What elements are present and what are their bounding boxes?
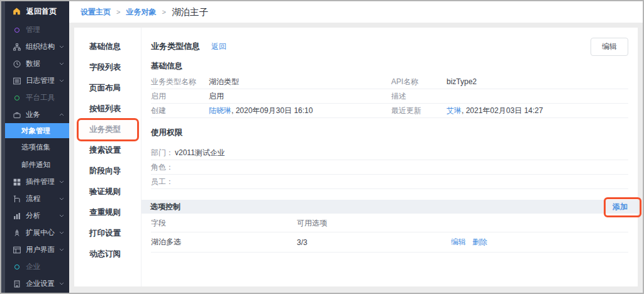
sidebar-item-back-home[interactable]: 返回首页 [5, 1, 69, 21]
chevron-down-icon [59, 214, 64, 217]
sidebar-item-label: 流程 [26, 194, 59, 204]
flow-icon [13, 195, 21, 203]
sidebar-item-email-notification[interactable]: 邮件通知 [5, 156, 69, 173]
field-value: 启用 [209, 91, 391, 102]
sidebar-item-label: 企业设置 [26, 279, 59, 288]
permission-row: 部门： v2011测试企业 [151, 146, 628, 160]
content-panel: 业务类型信息 返回 编辑 基础信息 业务类型名称 湖泊类型 API名称 bizT… [142, 28, 638, 286]
sidebar-item-label: 数据 [26, 59, 59, 68]
row-edit-link[interactable]: 编辑 [451, 237, 466, 248]
field-label: 最近更新 [391, 106, 447, 116]
sidebar-item-logs[interactable]: 日志管理 [5, 72, 69, 89]
sidebar-item-label: 分析 [26, 211, 59, 220]
grid-icon [13, 178, 21, 186]
tab-validation-rules[interactable]: 验证规则 [74, 182, 141, 202]
chevron-down-icon [59, 282, 64, 285]
tab-basic-info[interactable]: 基础信息 [74, 36, 141, 57]
tab-field-list[interactable]: 字段列表 [74, 57, 141, 78]
option-control-header: 选项控制 添加 [142, 200, 638, 214]
option-control-table: 字段 可用选项 湖泊多选 3/3 编辑 删除 [151, 215, 628, 253]
sidebar-item-enterprise-settings[interactable]: 企业设置 [5, 275, 69, 292]
permission-row: 员工： [151, 175, 628, 189]
cell-field-name: 湖泊多选 [151, 237, 297, 248]
field-label: 角色： [151, 162, 174, 173]
cell-available-options: 3/3 [297, 238, 451, 247]
add-link[interactable]: 添加 [613, 202, 628, 211]
chevron-down-icon [59, 62, 64, 65]
sidebar-item-plugin-management[interactable]: 插件管理 [5, 173, 69, 190]
home-icon [13, 8, 21, 15]
back-link[interactable]: 返回 [211, 41, 226, 52]
field-value: 湖泊类型 [209, 77, 391, 87]
tab-dedup-rules[interactable]: 查重规则 [74, 202, 141, 223]
sidebar-item-user-interface[interactable]: 用户界面 [5, 241, 69, 258]
table-row: 湖泊多选 3/3 编辑 删除 [151, 232, 628, 253]
sidebar-item-data[interactable]: 数据 [5, 55, 69, 72]
page-title: 业务类型信息 [151, 41, 200, 52]
breadcrumb-link-settings-home[interactable]: 设置主页 [80, 7, 111, 18]
sidebar-item-management[interactable]: 管理 [5, 21, 69, 38]
info-row: 创建 陆晓琳, 2020年09月30日 16:10 最近更新 艾琳, 2021年… [151, 104, 628, 118]
updated-time: , 2021年02月03日 14:27 [462, 106, 543, 115]
chevron-up-icon [59, 113, 64, 116]
tab-dynamic-subscription[interactable]: 动态订阅 [74, 244, 141, 264]
clock-icon [13, 60, 21, 68]
tab-search-settings[interactable]: 搜索设置 [74, 140, 141, 161]
log-list-icon [13, 77, 21, 85]
column-header-available: 可用选项 [297, 218, 451, 229]
section-heading-permissions: 使用权限 [151, 127, 628, 138]
tab-business-type[interactable]: 业务类型 [74, 119, 141, 140]
sidebar-item-label: 选项值集 [21, 143, 50, 152]
sidebar-item-workflow[interactable]: 流程 [5, 190, 69, 207]
tab-stage-wizard[interactable]: 阶段向导 [74, 161, 141, 182]
permission-row: 角色： [151, 160, 628, 175]
field-label: 描述 [391, 91, 447, 102]
sidebar-item-label: 组织结构 [26, 42, 59, 52]
tab-page-layout[interactable]: 页面布局 [74, 78, 141, 99]
field-label: API名称 [391, 77, 447, 87]
field-label: 启用 [151, 91, 209, 102]
updated-by-link[interactable]: 艾琳 [447, 106, 462, 115]
sidebar-item-label: 插件管理 [26, 177, 59, 187]
created-time: , 2020年09月30日 16:10 [231, 106, 313, 115]
field-value: 艾琳, 2021年02月03日 14:27 [447, 106, 628, 116]
breadcrumb-separator: > [162, 8, 165, 16]
created-by-link[interactable]: 陆晓琳 [209, 106, 231, 115]
sidebar-item-object-management[interactable]: 对象管理 [5, 123, 69, 138]
sidebar-item-label: 返回首页 [26, 6, 57, 17]
breadcrumb-link-business-objects[interactable]: 业务对象 [126, 7, 156, 18]
sidebar-item-enterprise[interactable]: 企业 [5, 258, 69, 275]
edit-button[interactable]: 编辑 [591, 38, 628, 56]
chevron-down-icon [59, 180, 64, 183]
breadcrumb-separator: > [116, 8, 120, 16]
circle-icon [13, 95, 21, 101]
permissions-list: 部门： v2011测试企业 角色： 员工： [151, 146, 628, 189]
sidebar-item-label: 管理 [26, 25, 64, 35]
sidebar-item-extension-center[interactable]: 扩展中心 [5, 224, 69, 241]
chevron-down-icon [59, 248, 64, 251]
field-value: 陆晓琳, 2020年09月30日 16:10 [209, 106, 391, 116]
sidebar-item-label: 日志管理 [26, 76, 59, 85]
main-region: 设置主页 > 业务对象 > 湖泊主子 基础信息 字段列表 页面布局 按钮列表 业… [69, 1, 643, 293]
breadcrumb-current: 湖泊主子 [172, 6, 208, 18]
chevron-down-icon [59, 231, 64, 234]
table-header-row: 字段 可用选项 [151, 215, 628, 232]
field-label: 员工： [151, 177, 174, 187]
sidebar-item-business[interactable]: 业务 [5, 106, 69, 123]
sidebar-item-organization[interactable]: 组织结构 [5, 38, 69, 55]
sidebar-item-option-sets[interactable]: 选项值集 [5, 138, 69, 156]
sidebar-item-platform-tools[interactable]: 平台工具 [5, 89, 69, 106]
field-label: 部门： [151, 148, 174, 158]
sidebar-item-label: 邮件通知 [21, 160, 50, 170]
circle-icon [13, 264, 21, 270]
sidebar-item-analysis[interactable]: 分析 [5, 207, 69, 224]
object-settings-menu: 基础信息 字段列表 页面布局 按钮列表 业务类型 搜索设置 阶段向导 验证规则 … [74, 28, 142, 286]
sidebar-item-label: 平台工具 [26, 93, 64, 102]
bar-chart-icon [13, 212, 21, 220]
tab-print-settings[interactable]: 打印设置 [74, 223, 141, 244]
field-label: 创建 [151, 106, 209, 116]
tab-button-list[interactable]: 按钮列表 [74, 99, 141, 119]
field-value: bizType2 [447, 77, 628, 86]
info-row: 启用 启用 描述 [151, 89, 628, 104]
row-delete-link[interactable]: 删除 [472, 237, 487, 248]
